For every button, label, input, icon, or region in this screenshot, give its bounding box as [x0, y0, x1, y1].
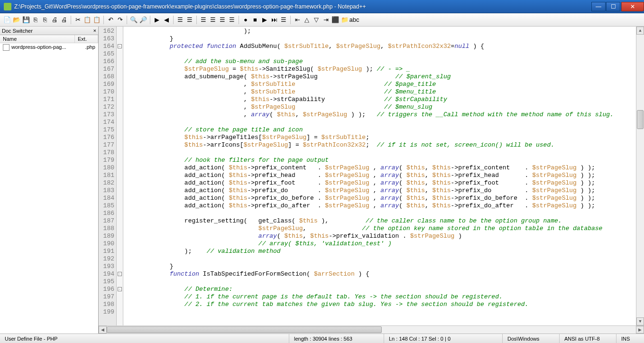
- toolbar-button[interactable]: ☰: [176, 16, 184, 24]
- close-button[interactable]: ✕: [621, 2, 644, 11]
- code-line[interactable]: }: [125, 35, 644, 43]
- code-line[interactable]: add_action( $this->prefix_head . $strPag…: [125, 172, 644, 179]
- toolbar-button[interactable]: ⎘: [31, 16, 40, 24]
- code-line[interactable]: function IsTabSpecifiedForFormSection( $…: [125, 270, 644, 278]
- toolbar-button[interactable]: ⎘: [41, 16, 49, 24]
- code-line[interactable]: , $strSubTitle // $page_title: [125, 81, 644, 88]
- toolbar-button[interactable]: ⇥: [322, 16, 330, 24]
- maximize-button[interactable]: ☐: [606, 2, 620, 11]
- toolbar-button[interactable]: △: [303, 16, 311, 24]
- toolbar-button[interactable]: ▶: [260, 16, 269, 24]
- code-line[interactable]: , $strSubTitle // $menu_title: [125, 88, 644, 96]
- hscroll-thumb[interactable]: [107, 326, 382, 333]
- fold-toggle[interactable]: −: [118, 272, 122, 276]
- toolbar-button[interactable]: ⏭: [270, 16, 278, 24]
- toolbar-button[interactable]: 📋: [92, 16, 101, 24]
- toolbar-button[interactable]: ↶: [106, 16, 115, 24]
- toolbar-button[interactable]: 🔎: [139, 16, 147, 24]
- code-line[interactable]: add_action( $this->prefix_content . $str…: [125, 164, 644, 172]
- line-number: 175: [99, 126, 114, 134]
- code-line[interactable]: [125, 210, 644, 217]
- toolbar-button[interactable]: ☰: [279, 16, 288, 24]
- line-number: 197: [99, 293, 114, 301]
- toolbar-button[interactable]: ☰: [199, 16, 208, 24]
- toolbar-button[interactable]: 📁: [340, 16, 349, 24]
- toolbar-button[interactable]: ⬛: [331, 16, 340, 24]
- code-line[interactable]: [125, 255, 644, 263]
- code-line[interactable]: [125, 308, 644, 316]
- code-line[interactable]: $strPageSlug = $this->SanitizeSlug( $str…: [125, 65, 644, 73]
- code-line[interactable]: [125, 119, 644, 126]
- line-number: 178: [99, 149, 114, 157]
- line-number: 164: [99, 43, 114, 50]
- vertical-scrollbar[interactable]: ▲ ▼: [636, 27, 644, 325]
- code-line[interactable]: protected function AddSubMenu( $strSubTi…: [125, 43, 644, 50]
- code-line[interactable]: // Determine:: [125, 286, 644, 293]
- vscroll-thumb[interactable]: [637, 110, 644, 129]
- scroll-right-arrow[interactable]: ▶: [636, 326, 644, 334]
- code-line[interactable]: add_action( $this->prefix_do . $strPageS…: [125, 187, 644, 195]
- code-line[interactable]: [125, 50, 644, 58]
- code-line[interactable]: , $strPageSlug // $menu_slug: [125, 103, 644, 111]
- toolbar-button[interactable]: ◀: [162, 16, 171, 24]
- toolbar-button[interactable]: 💾: [22, 16, 30, 24]
- code-line[interactable]: $strPageSlug, // the option key name sto…: [125, 225, 644, 232]
- toolbar-button[interactable]: ☰: [228, 16, 236, 24]
- col-ext[interactable]: Ext.: [75, 35, 98, 43]
- fold-column[interactable]: −−−: [117, 27, 123, 325]
- doc-switcher-close-icon[interactable]: ×: [93, 28, 96, 34]
- code-line[interactable]: // 2. if the current tab matches the giv…: [125, 301, 644, 308]
- code-line[interactable]: add_action( $this->prefix_do_before . $s…: [125, 195, 644, 202]
- line-number: 166: [99, 58, 114, 65]
- toolbar-button[interactable]: ●: [241, 16, 250, 24]
- toolbar-button[interactable]: ✂: [74, 16, 82, 24]
- code-line[interactable]: [125, 149, 644, 157]
- code-line[interactable]: // hook the filters for the page output: [125, 157, 644, 164]
- toolbar-button[interactable]: ↷: [116, 16, 124, 24]
- hscroll-track[interactable]: [107, 326, 636, 334]
- fold-toggle[interactable]: −: [118, 44, 122, 48]
- code-line[interactable]: $this->arrPageTitles[$strPageSlug] = $st…: [125, 134, 644, 141]
- scroll-up-arrow[interactable]: ▲: [636, 27, 644, 35]
- code-line[interactable]: );: [125, 28, 644, 35]
- toolbar-button[interactable]: 📋: [83, 16, 92, 24]
- code-line[interactable]: // 1. if the current page is the default…: [125, 293, 644, 301]
- horizontal-scrollbar[interactable]: ◀ ▶: [99, 325, 644, 334]
- toolbar-separator: [127, 16, 127, 24]
- toolbar-button[interactable]: ☰: [218, 16, 227, 24]
- code-line[interactable]: $this->arrIcons[$strPageSlug] = $strPath…: [125, 141, 644, 149]
- toolbar-button[interactable]: ▽: [312, 16, 321, 24]
- code-area[interactable]: 1621631641651661671681691701711721731741…: [99, 27, 644, 325]
- toolbar-button[interactable]: abc: [350, 16, 359, 24]
- toolbar-button[interactable]: 🔍: [129, 16, 138, 24]
- toolbar-button[interactable]: ☰: [185, 16, 194, 24]
- col-name[interactable]: Name: [0, 35, 75, 43]
- scroll-left-arrow[interactable]: ◀: [99, 326, 107, 334]
- code-line[interactable]: // store the page title and icon: [125, 126, 644, 134]
- code-line[interactable]: add_action( $this->prefix_do_after . $st…: [125, 202, 644, 210]
- doc-switcher-item[interactable]: wordpress-option-pag... .php: [0, 43, 98, 52]
- code-line[interactable]: [125, 278, 644, 286]
- code-line[interactable]: }: [125, 263, 644, 270]
- toolbar-button[interactable]: 📂: [12, 16, 21, 24]
- code-line[interactable]: add_submenu_page( $this->strPageSlug // …: [125, 73, 644, 81]
- toolbar-button[interactable]: ⇤: [293, 16, 302, 24]
- toolbar-button[interactable]: ▶: [153, 16, 161, 24]
- code-line[interactable]: , array( $this, $strPageSlug ) ); // tri…: [125, 111, 644, 119]
- code-line[interactable]: array( $this, $this->prefix_validation .…: [125, 232, 644, 240]
- fold-toggle[interactable]: −: [118, 287, 122, 291]
- code-line[interactable]: // add the sub-menu and sub-page: [125, 58, 644, 65]
- minimize-button[interactable]: —: [591, 2, 606, 11]
- code-line[interactable]: , $this->strCapability // $strCapability: [125, 96, 644, 103]
- code-line[interactable]: ); // validation method: [125, 248, 644, 255]
- code-text[interactable]: ); } protected function AddSubMenu( $str…: [123, 27, 644, 325]
- scroll-down-arrow[interactable]: ▼: [636, 317, 644, 325]
- toolbar-button[interactable]: 🖨: [60, 16, 68, 24]
- toolbar-button[interactable]: 🖨: [50, 16, 59, 24]
- code-line[interactable]: register_setting( get_class( $this ), //…: [125, 217, 644, 225]
- toolbar-button[interactable]: ☰: [209, 16, 217, 24]
- toolbar-button[interactable]: 📄: [3, 16, 11, 24]
- code-line[interactable]: // array( $this, 'validation_test' ): [125, 240, 644, 248]
- toolbar-button[interactable]: ■: [251, 16, 259, 24]
- code-line[interactable]: add_action( $this->prefix_foot . $strPag…: [125, 179, 644, 187]
